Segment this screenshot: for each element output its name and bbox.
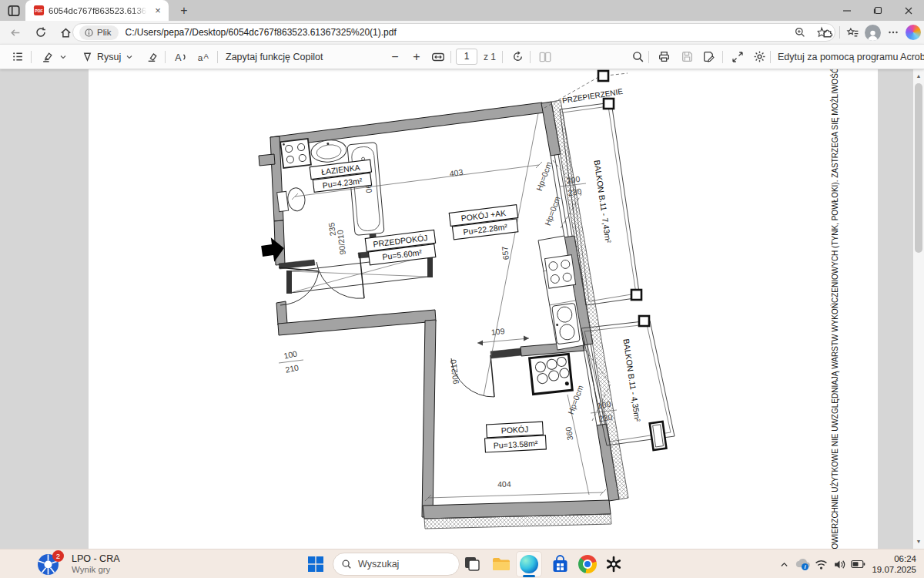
- read-aloud-icon[interactable]: A: [171, 45, 189, 69]
- extensions-icon[interactable]: [820, 25, 834, 39]
- window-controls: [832, 0, 924, 21]
- divider: [839, 26, 840, 39]
- tab-close-icon[interactable]: ×: [152, 5, 164, 17]
- favorites-hub-icon[interactable]: [845, 25, 859, 39]
- store-button[interactable]: [550, 554, 570, 574]
- scroll-thumb[interactable]: [915, 83, 922, 253]
- draw-label[interactable]: Rysuj: [97, 45, 121, 69]
- chrome-icon: [578, 555, 597, 573]
- rotate-icon[interactable]: [508, 45, 527, 69]
- battery-icon[interactable]: [849, 549, 867, 578]
- browser-window: PDF 6054dc767f863523.61367325 (1).p × + …: [0, 0, 924, 578]
- fullscreen-icon[interactable]: [728, 45, 747, 69]
- window-close-button[interactable]: [893, 0, 924, 21]
- print-icon[interactable]: [654, 45, 673, 69]
- svg-text:A: A: [175, 52, 182, 62]
- chatgpt-button[interactable]: [604, 554, 624, 574]
- copilot-ask-button[interactable]: Zapytaj funkcję Copilot: [226, 45, 323, 69]
- pdf-page: 403 657 404 360 235 190 109 90/210 90/21…: [89, 69, 878, 549]
- dim-window1-width: 200: [566, 174, 581, 185]
- dim-bottom-width: 404: [497, 479, 511, 489]
- tray-chevron-icon[interactable]: [775, 549, 793, 578]
- tab-strip: PDF 6054dc767f863523.61367325 (1).p × +: [0, 0, 924, 21]
- save-as-icon[interactable]: [699, 45, 718, 69]
- file-explorer-button[interactable]: [491, 554, 511, 574]
- search-icon[interactable]: [628, 45, 647, 69]
- taskbar-search-input[interactable]: Wyszukaj: [333, 553, 460, 576]
- start-button[interactable]: [307, 556, 324, 573]
- fit-width-icon[interactable]: [429, 45, 447, 69]
- copilot-icon[interactable]: [906, 25, 921, 40]
- pdf-viewer: 403 657 404 360 235 190 109 90/210 90/21…: [0, 69, 924, 549]
- widget-title: LPO - CRA: [72, 553, 120, 564]
- dim-entry-height: 210: [284, 362, 300, 374]
- onedrive-icon[interactable]: i: [793, 549, 812, 578]
- clock-date: 19.07.2025: [872, 564, 916, 575]
- dim-side-height: 360: [564, 426, 575, 441]
- wifi-icon[interactable]: [812, 549, 830, 578]
- floor-plan: 403 657 404 360 235 190 109 90/210 90/21…: [89, 69, 878, 549]
- draw-pen-icon[interactable]: [79, 45, 95, 69]
- chrome-button[interactable]: [578, 554, 598, 574]
- info-icon: [84, 28, 94, 38]
- window-minimize-button[interactable]: [832, 0, 862, 21]
- dim-room-door: 90/210: [448, 359, 460, 385]
- volume-icon[interactable]: [830, 549, 849, 578]
- scrollbar[interactable]: ▲ ▼: [913, 69, 924, 549]
- more-options-icon[interactable]: [886, 25, 900, 39]
- zoom-out-button[interactable]: −: [387, 45, 403, 69]
- svg-text:PDF: PDF: [35, 8, 43, 13]
- edge-taskbar-button[interactable]: [516, 551, 542, 577]
- url-input[interactable]: Plik C:/Users/pepa7/Desktop/6054dc767f86…: [72, 23, 835, 42]
- refresh-icon[interactable]: [31, 22, 51, 42]
- edge-active-indicator: [523, 575, 535, 577]
- page-total-label: z 1: [484, 45, 496, 69]
- scroll-up-icon[interactable]: ▲: [913, 71, 924, 82]
- tab-layout-icon[interactable]: [7, 4, 21, 18]
- scroll-down-icon[interactable]: ▼: [913, 536, 924, 547]
- dim-bath-door: 90/210: [335, 230, 347, 255]
- back-icon[interactable]: [5, 22, 25, 42]
- dim-window2-width: 100: [597, 399, 611, 410]
- stove-icon: [545, 255, 576, 288]
- translate-icon[interactable]: aA: [194, 45, 213, 69]
- balcony-post: [639, 316, 649, 326]
- profile-avatar[interactable]: [865, 25, 881, 41]
- kitchen-sink-icon: [552, 303, 581, 344]
- toc-icon[interactable]: [9, 45, 26, 69]
- highlighter-icon[interactable]: [38, 45, 55, 69]
- zoom-page-icon[interactable]: [793, 25, 807, 39]
- search-placeholder: Wyszukaj: [358, 559, 399, 570]
- taskbar-clock[interactable]: 06:24 19.07.2025: [872, 553, 916, 575]
- pdf-file-icon: PDF: [33, 5, 45, 16]
- svg-text:a: a: [198, 52, 203, 63]
- room-label-pokoj-ak: POKÓJ +AK Pu=22.28m²: [449, 205, 520, 240]
- new-tab-button[interactable]: +: [176, 2, 192, 19]
- browser-tab[interactable]: PDF 6054dc767f863523.61367325 (1).p ×: [25, 0, 169, 21]
- dim-sill-2: Hp=0cm: [543, 195, 562, 227]
- balcony1-label: BALKON B.11 - 7,43m²: [592, 160, 613, 244]
- draw-chevron-icon[interactable]: [123, 45, 136, 69]
- page-number-input[interactable]: 1: [456, 49, 477, 65]
- edge-icon: [520, 555, 538, 573]
- site-chip-label: Plik: [97, 28, 112, 37]
- task-view-button[interactable]: [462, 554, 482, 574]
- side-note: RZ. POWIERZCHNIE UŻYTKOWE NIE UWZGLĘDNIA…: [830, 69, 839, 549]
- site-info-chip[interactable]: Plik: [79, 25, 119, 40]
- dim-window2-height: 230: [598, 412, 613, 423]
- highlighter-chevron-icon[interactable]: [57, 45, 69, 69]
- window-maximize-button[interactable]: [862, 0, 893, 21]
- balcony-post: [631, 290, 641, 300]
- widget-subtitle: Wynik gry: [72, 564, 120, 575]
- balcony-post: [604, 99, 614, 109]
- eraser-icon[interactable]: [143, 45, 160, 69]
- settings-gear-icon[interactable]: [750, 45, 768, 69]
- edit-in-acrobat-button[interactable]: Edytuj za pomocą programu Acrobat: [778, 45, 924, 69]
- system-tray: i 06:24 19.07.2025: [775, 549, 924, 578]
- search-icon: [341, 559, 352, 570]
- tab-title: 6054dc767f863523.61367325 (1).p: [49, 6, 147, 15]
- widgets-button[interactable]: 2 LPO - CRA Wynik gry: [37, 551, 120, 577]
- zoom-in-button[interactable]: +: [408, 45, 425, 69]
- svg-text:A: A: [204, 51, 209, 59]
- balcony-planter: [650, 422, 667, 450]
